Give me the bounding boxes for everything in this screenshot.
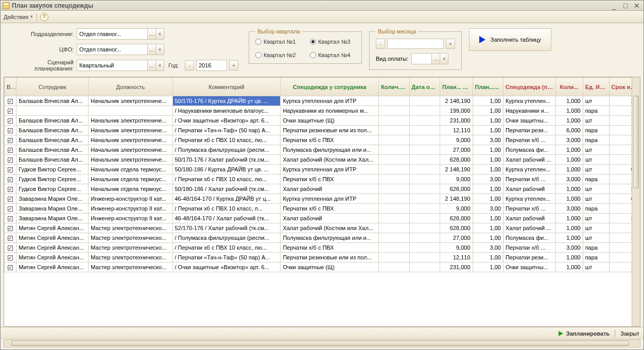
cell-normqty[interactable]: 1,000 [555,155,583,165]
cell-item[interactable]: Халат рабочий [281,214,379,223]
cell-uom[interactable]: шт [583,116,609,126]
cell-normqty[interactable]: 1,000 [555,194,583,204]
cell-qtyemp[interactable] [379,145,409,155]
cell-comment[interactable]: 46-48/164-170 / Халат рабочий (тк... [172,214,281,223]
month-increment[interactable]: + [446,39,455,49]
table-row[interactable]: ✓Заварзина Мария Оле...Инженер-конструкт… [5,204,640,214]
cell-planqty[interactable]: 1,00 [473,253,503,262]
cell-norm[interactable]: Перчатки х/б ... [503,204,555,214]
cell-item[interactable]: Халат рабочий (Костюм или Хал... [281,223,379,233]
cell-check[interactable]: ✓ [5,233,16,243]
close-button[interactable]: ✕ [632,2,641,9]
cell-position[interactable]: Начальник электротехниче... [89,126,172,135]
cell-employee[interactable]: Балашов Вячеслав Ал... [16,155,89,165]
cell-comment[interactable]: / Перчатки хб с ПВХ 10 класс, лю... [172,174,281,184]
plan-button[interactable]: Запланировать [559,330,610,337]
table-row[interactable]: ✓Заварзина Мария Оле...Инженер-конструкт… [5,214,640,223]
cell-employee[interactable]: Балашов Вячеслав Ал... [16,135,89,145]
dept-input[interactable]: Отдел главног... … × [77,28,164,40]
cell-position[interactable]: Начальник электротехниче... [89,116,172,126]
cell-normqty[interactable]: 1,000 [555,145,583,155]
vertical-scrollbar[interactable] [632,77,640,326]
col-check[interactable]: В... [5,78,16,96]
scrollbar-thumb[interactable] [633,96,639,188]
cell-norm[interactable]: Очки защитны... [503,116,555,126]
cell-enddate[interactable] [409,233,440,243]
cell-comment[interactable]: / Перчатки хб с ПВХ 10 класс, лю... [172,135,281,145]
cell-planprice[interactable]: 628,000 [440,214,473,223]
cell-item[interactable]: Халат рабочий (Костюм или Хал... [281,155,379,165]
cell-qtyemp[interactable] [379,262,409,272]
cell-item[interactable]: Куртка утепленная для ИТР [281,96,379,106]
cell-normqty[interactable]: 1,000 [555,96,583,106]
cell-uom[interactable]: шт [583,184,609,194]
cell-norm[interactable]: Перчатки рези... [503,126,555,135]
ellipsis-icon[interactable]: … [147,29,155,39]
table-row[interactable]: ✓Балашов Вячеслав Ал...Начальник электро… [5,135,640,145]
cell-uom[interactable]: шт [583,145,609,155]
cell-planprice[interactable]: 27,000 [440,233,473,243]
cell-position[interactable]: Начальник электротехниче... [89,145,172,155]
cell-qtyemp[interactable] [379,126,409,135]
cell-planqty[interactable]: 1,00 [473,223,503,233]
cell-uom[interactable]: пара [583,126,609,135]
cell-position[interactable]: Мастер электротехническо... [89,233,172,243]
cell-employee[interactable]: Гудков Виктор Сергее... [16,184,89,194]
cell-item[interactable]: Полумаска фильтрующая или и... [281,233,379,243]
cell-enddate[interactable] [409,145,440,155]
col-norm[interactable]: Спецодежда (по нормам) [503,78,555,96]
horizontal-scrollbar[interactable] [4,339,640,347]
cell-normqty[interactable]: 1,000 [555,184,583,194]
cell-normqty[interactable]: 3,000 [555,243,583,253]
col-normqty[interactable]: Коли... [555,78,583,96]
cell-uom[interactable]: пара [583,106,609,116]
cell-comment[interactable]: / Полумаска фильтрующая (респи... [172,233,281,243]
cell-enddate[interactable] [409,204,440,214]
cell-position[interactable]: Начальник электротехниче... [89,96,172,106]
cell-employee[interactable]: Митин Сергей Алексан... [16,223,89,233]
help-button[interactable]: ? [40,13,48,21]
cell-check[interactable]: ✓ [5,243,16,253]
cell-planqty[interactable]: 3,00 [473,204,503,214]
cell-uom[interactable]: шт [583,96,609,106]
scenario-input[interactable]: Квартальный … × [77,60,164,71]
cell-enddate[interactable] [409,135,440,145]
cell-employee[interactable]: Митин Сергей Алексан... [16,243,89,253]
cell-enddate[interactable] [409,165,440,174]
cell-employee[interactable]: Заварзина Мария Оле... [16,204,89,214]
cell-uom[interactable]: пара [583,135,609,145]
cell-comment[interactable]: / Перчатки «Тач-н-Таф» (50 пар) А... [172,253,281,262]
cell-employee[interactable] [16,106,89,116]
cell-enddate[interactable] [409,184,440,194]
cell-qtyemp[interactable] [379,106,409,116]
cell-uom[interactable]: пара [583,204,609,214]
cell-norm[interactable]: Куртка утеплен... [503,194,555,204]
table-row[interactable]: ✓Митин Сергей Алексан...Мастер электроте… [5,233,640,243]
col-qty-emp[interactable]: Колич... у [379,78,409,96]
col-item[interactable]: Спецодежда у сотрудника [281,78,379,96]
cell-norm[interactable]: Полумаска фи... [503,233,555,243]
clear-icon[interactable]: × [155,29,164,39]
cell-planqty[interactable]: 1,00 [473,116,503,126]
cell-norm[interactable]: Перчатки х/б ... [503,135,555,145]
fill-table-button[interactable]: Заполнить таблицу [469,28,551,51]
cell-position[interactable]: Начальник электротехниче... [89,135,172,145]
cell-position[interactable]: Мастер электротехническо... [89,262,172,272]
cell-position[interactable]: Инженер-конструктор II кат... [89,194,172,204]
col-comment[interactable]: Комментарий [172,78,281,96]
table-row[interactable]: ✓Гудков Виктор Сергее...Начальник отдела… [5,184,640,194]
cell-check[interactable]: ✓ [5,165,16,174]
table-row[interactable]: ✓Митин Сергей Алексан...Мастер электроте… [5,243,640,253]
cell-normqty[interactable]: 1,000 [555,223,583,233]
cell-planqty[interactable]: 1,00 [473,233,503,243]
year-decrement[interactable]: ‑ [185,60,194,71]
cell-uom[interactable]: шт [583,262,609,272]
cell-norm[interactable]: Очки защитны... [503,262,555,272]
cell-check[interactable]: ✓ [5,253,16,262]
radio-q2[interactable]: Квартал №2 [255,52,301,58]
cell-normqty[interactable]: 6,000 [555,126,583,135]
cell-employee[interactable]: Заварзина Мария Оле... [16,194,89,204]
cell-qtyemp[interactable] [379,116,409,126]
cell-planprice[interactable]: 628,000 [440,184,473,194]
table-row[interactable]: ✓Гудков Виктор Сергее...Начальник отдела… [5,165,640,174]
